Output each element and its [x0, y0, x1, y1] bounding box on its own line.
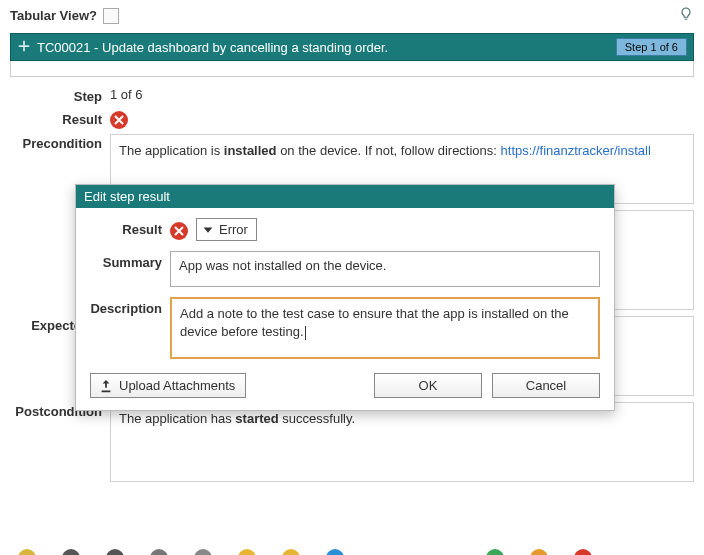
dialog-result-fail-icon[interactable]	[170, 222, 188, 240]
tool-icon[interactable]	[574, 549, 592, 555]
row-result: Result	[10, 110, 694, 128]
tabular-view-label: Tabular View?	[10, 8, 97, 23]
tool-icon[interactable]	[194, 549, 212, 555]
result-fail-icon[interactable]	[110, 111, 128, 129]
dialog-title: Edit step result	[76, 185, 614, 208]
tool-icon[interactable]	[150, 549, 168, 555]
dialog-row-description: Description Add a note to the test case …	[90, 297, 600, 359]
value-step: 1 of 6	[110, 87, 694, 104]
upload-icon	[99, 379, 113, 393]
description-input[interactable]: Add a note to the test case to ensure th…	[170, 297, 600, 359]
result-type-dropdown[interactable]: Error	[196, 218, 257, 241]
expand-collapse-icon[interactable]	[17, 39, 31, 56]
testcase-sub-outline	[10, 61, 694, 77]
tool-icon[interactable]	[18, 549, 36, 555]
upload-attachments-button[interactable]: Upload Attachments	[90, 373, 246, 398]
tool-icon[interactable]	[62, 549, 80, 555]
tool-icon[interactable]	[106, 549, 124, 555]
label-postcondition: Postcondition	[10, 402, 110, 482]
tabular-view-toggle[interactable]: Tabular View?	[10, 8, 119, 24]
tool-icon[interactable]	[282, 549, 300, 555]
row-postcondition: Postcondition The application has starte…	[10, 402, 694, 482]
precondition-link[interactable]: https://finanztracker/install	[501, 143, 651, 158]
top-bar: Tabular View?	[0, 0, 704, 33]
tool-icon[interactable]	[530, 549, 548, 555]
value-postcondition: The application has started successfully…	[110, 402, 694, 482]
label-result: Result	[10, 110, 110, 128]
cancel-button[interactable]: Cancel	[492, 373, 600, 398]
ok-button[interactable]: OK	[374, 373, 482, 398]
bottom-tool-strip	[0, 547, 704, 555]
dialog-row-result: Result Error	[90, 218, 600, 241]
dialog-label-summary: Summary	[90, 251, 170, 270]
row-step: Step 1 of 6	[10, 87, 694, 104]
edit-step-result-dialog: Edit step result Result Error Summary Ap…	[75, 184, 615, 411]
dialog-footer: Upload Attachments OK Cancel	[90, 369, 600, 398]
testcase-title: TC00021 - Update dashboard by cancelling…	[37, 40, 388, 55]
chevron-down-icon	[201, 223, 215, 237]
tool-icon[interactable]	[326, 549, 344, 555]
dialog-label-description: Description	[90, 297, 170, 316]
step-badge: Step 1 of 6	[616, 38, 687, 56]
tool-icon[interactable]	[486, 549, 504, 555]
summary-input[interactable]: App was not installed on the device.	[170, 251, 600, 287]
dialog-label-result: Result	[90, 218, 170, 237]
tabular-view-checkbox[interactable]	[103, 8, 119, 24]
tool-icon[interactable]	[238, 549, 256, 555]
result-type-value: Error	[219, 222, 248, 237]
dialog-row-summary: Summary App was not installed on the dev…	[90, 251, 600, 287]
hint-bulb-icon[interactable]	[678, 4, 694, 27]
label-step: Step	[10, 87, 110, 104]
testcase-header[interactable]: TC00021 - Update dashboard by cancelling…	[10, 33, 694, 61]
